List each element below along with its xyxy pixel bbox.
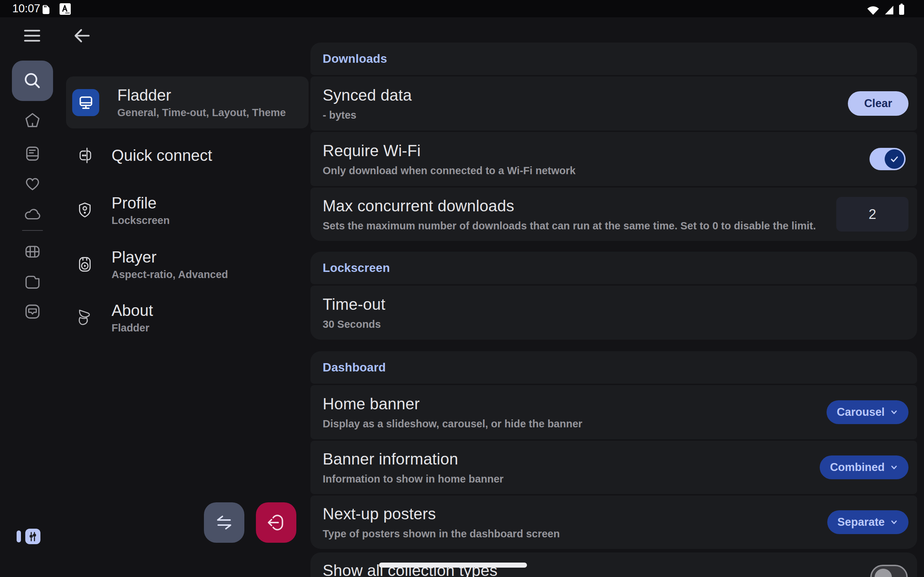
shield-profile-icon (76, 201, 94, 219)
setting-subtitle: Only download when connected to a Wi-Fi … (323, 164, 869, 177)
setting-row-synced-data[interactable]: Synced data - bytes Clear (310, 76, 917, 131)
gesture-navigation-bar[interactable] (379, 562, 527, 567)
dropdown-value: Carousel (837, 406, 885, 419)
search-icon (22, 70, 43, 91)
home-icon (23, 111, 42, 129)
settings-content: Downloads Synced data - bytes Clear Requ… (310, 43, 917, 577)
setting-title: Require Wi-Fi (323, 142, 869, 160)
menu-item-quick-connect[interactable]: Quick connect (66, 139, 309, 172)
menu-item-title: Player (111, 248, 228, 266)
menu-item-subtitle: Aspect-ratio, Advanced (111, 268, 228, 281)
menu-item-subtitle: Fladder (111, 321, 153, 334)
setting-title: Home banner (323, 395, 827, 413)
folder-icon (24, 274, 41, 289)
rail-divider (22, 230, 43, 231)
setting-subtitle: Display as a slideshow, carousel, or hid… (323, 417, 827, 430)
setting-row-next-up-posters[interactable]: Next-up posters Type of posters shown in… (310, 495, 917, 549)
back-arrow-icon[interactable] (74, 28, 90, 43)
favorites-heart-icon (24, 175, 41, 191)
menu-item-about[interactable]: About Fladder (66, 298, 309, 338)
chevron-down-icon (890, 463, 898, 472)
menu-item-title: About (111, 301, 153, 320)
logout-button[interactable] (256, 502, 296, 543)
menu-item-player[interactable]: Player Aspect-ratio, Advanced (66, 245, 309, 284)
collections-icon (24, 303, 41, 320)
cellular-icon (884, 5, 894, 15)
menu-item-title: Fladder (117, 86, 286, 105)
check-icon (889, 154, 900, 164)
setting-row-max-concurrent-downloads[interactable]: Max concurrent downloads Sets the maximu… (310, 187, 917, 241)
clock: 10:07 (12, 2, 40, 15)
menu-item-subtitle: Lockscreen (111, 214, 170, 227)
require-wifi-toggle[interactable] (869, 148, 906, 170)
section-header-lockscreen: Lockscreen (310, 252, 917, 284)
status-bar: 10:07 (0, 0, 924, 17)
sidebar-item-sync[interactable] (23, 204, 42, 223)
edge-pill-indicator (16, 530, 21, 542)
player-icon (76, 256, 94, 273)
language-a-icon (60, 3, 71, 15)
setting-row-timeout[interactable]: Time-out 30 Seconds (310, 285, 917, 340)
app-screen: 10:07 (0, 0, 924, 577)
setting-row-banner-information[interactable]: Banner information Information to show i… (310, 441, 917, 494)
menu-item-profile[interactable]: Profile Lockscreen (66, 190, 309, 230)
sidebar-item-search[interactable] (12, 61, 53, 101)
video-film-icon (24, 244, 41, 259)
setting-title: Max concurrent downloads (323, 197, 836, 215)
setting-title: Time-out (323, 295, 908, 313)
logout-icon (266, 513, 286, 532)
banner-information-dropdown[interactable]: Combined (820, 456, 908, 479)
clear-button[interactable]: Clear (848, 91, 908, 116)
home-banner-dropdown[interactable]: Carousel (827, 400, 908, 424)
dropdown-value: Combined (830, 461, 885, 474)
setting-row-home-banner[interactable]: Home banner Display as a slideshow, caro… (310, 385, 917, 439)
equalizer-icon (28, 531, 38, 542)
setting-title: Banner information (323, 450, 820, 468)
dropdown-value: Separate (837, 516, 885, 529)
client-settings-fab[interactable] (25, 529, 40, 544)
switch-server-button[interactable] (204, 502, 244, 543)
sync-cloud-icon (23, 206, 42, 221)
sd-card-icon (42, 4, 50, 15)
setting-subtitle: Sets the maximum number of downloads tha… (323, 220, 836, 232)
battery-icon (899, 3, 905, 15)
fladder-logo-icon (76, 309, 94, 326)
setting-title: Synced data (323, 86, 848, 104)
setting-subtitle: Information to show in home banner (323, 473, 820, 485)
sidebar-item-home[interactable] (23, 111, 42, 130)
menu-item-title: Profile (111, 193, 170, 213)
sidebar-item-media[interactable] (23, 144, 42, 163)
menu-item-title: Quick connect (111, 146, 212, 165)
sidebar-item-collections[interactable] (23, 302, 42, 321)
max-downloads-value[interactable]: 2 (836, 197, 908, 232)
sidebar-item-folders[interactable] (23, 272, 42, 291)
setting-subtitle: Type of posters shown in the dashboard s… (323, 528, 827, 540)
sidebar-item-video[interactable] (23, 242, 42, 261)
chevron-down-icon (890, 518, 898, 527)
setting-row-require-wifi[interactable]: Require Wi-Fi Only download when connect… (310, 132, 917, 186)
media-library-icon (24, 145, 41, 162)
menu-item-fladder[interactable]: Fladder General, Time-out, Layout, Theme (66, 76, 309, 128)
menu-item-subtitle: General, Time-out, Layout, Theme (117, 106, 286, 119)
setting-subtitle: 30 Seconds (323, 318, 908, 330)
next-up-posters-dropdown[interactable]: Separate (827, 510, 908, 534)
sidebar-item-favorites[interactable] (23, 174, 42, 193)
swap-arrows-icon (214, 513, 234, 532)
section-header-dashboard: Dashboard (310, 351, 917, 384)
hamburger-menu-icon[interactable] (24, 29, 40, 43)
wifi-icon (867, 5, 879, 15)
section-header-downloads: Downloads (310, 43, 917, 75)
monitor-icon (72, 89, 99, 116)
setting-subtitle: - bytes (323, 109, 848, 121)
chevron-down-icon (890, 408, 898, 416)
setting-title: Next-up posters (323, 505, 827, 523)
quick-connect-icon (76, 147, 94, 164)
show-all-collection-types-toggle[interactable] (870, 565, 908, 577)
